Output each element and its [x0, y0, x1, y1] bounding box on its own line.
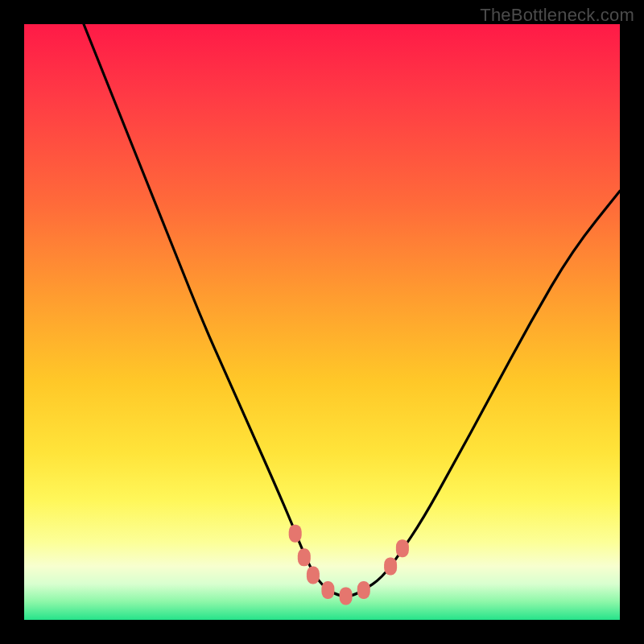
curve-marker: [298, 548, 311, 566]
bottleneck-curve: [84, 24, 620, 596]
curve-marker: [357, 581, 370, 599]
curve-marker: [289, 525, 302, 543]
curve-marker: [321, 581, 334, 599]
curve-markers: [289, 525, 409, 605]
curve-marker: [340, 587, 353, 605]
bottleneck-curve-svg: [24, 24, 620, 620]
plot-area: [24, 24, 620, 620]
watermark-text: TheBottleneck.com: [480, 5, 634, 26]
curve-marker: [307, 567, 320, 584]
curve-marker: [396, 539, 409, 557]
chart-frame: TheBottleneck.com: [0, 0, 644, 644]
curve-marker: [384, 557, 397, 575]
